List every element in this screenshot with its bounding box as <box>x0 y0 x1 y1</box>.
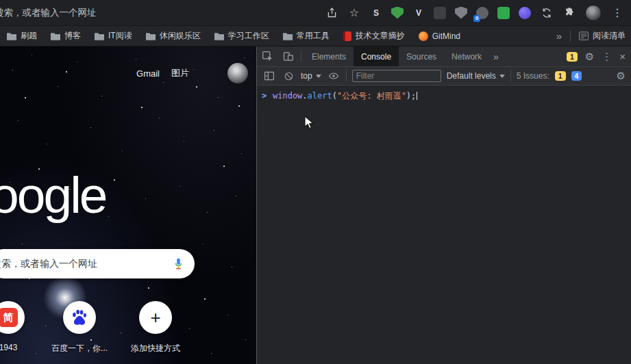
code-token: ( <box>332 91 337 101</box>
console-input-line[interactable]: > window.alert("公众号: 村雨遥"); <box>257 86 631 104</box>
devtools-tabbar: Elements Console Sources Network » 1 ⚙ ⋮… <box>257 47 631 67</box>
folder-icon <box>283 32 293 40</box>
new-tab-page: Gmail 图片 oogle 搜索，或者输入一个网址 简 19 <box>0 47 256 364</box>
shortcut-label: 添加快捷方式 <box>123 343 188 354</box>
extension-green-shield-icon[interactable] <box>391 7 404 19</box>
console-settings-gear-icon[interactable]: ⚙ <box>617 70 626 82</box>
folder-icon <box>51 32 60 40</box>
starfield-large <box>0 47 1 48</box>
extension-badge: 0 <box>473 15 480 22</box>
bookmarks-right: » 阅读清单 <box>556 30 626 42</box>
plus-icon: + <box>150 309 160 326</box>
bookmarks-bar: 刷题 博客 IT阅读 休闲娱乐区 学习工作区 常用工具 技术文章摘抄 GitM <box>0 26 631 47</box>
main-area: Gmail 图片 oogle 搜索，或者输入一个网址 简 19 <box>0 47 631 364</box>
ntp-header-links: Gmail 图片 <box>136 63 248 83</box>
bookmark-item-boke[interactable]: 博客 <box>51 30 81 42</box>
inspect-element-icon[interactable] <box>257 47 277 66</box>
chevron-down-icon <box>316 75 321 78</box>
issues-count-badge[interactable]: 1 <box>567 52 578 62</box>
google-account-avatar[interactable] <box>227 63 248 83</box>
gitmind-icon <box>419 31 428 41</box>
ntp-search-placeholder: 搜索，或者输入一个网址 <box>0 258 172 270</box>
tab-network[interactable]: Network <box>444 47 489 66</box>
console-filter-input[interactable] <box>352 70 441 82</box>
extension-dark-icon[interactable] <box>434 7 446 19</box>
jianshu-icon: 简 <box>0 308 18 327</box>
extension-purple-icon[interactable] <box>519 7 531 19</box>
omnibox-text: 搜索，或者输入一个网址 <box>0 7 97 19</box>
browser-toolbar: 搜索，或者输入一个网址 ☆ S V 0 <box>0 0 631 26</box>
divider <box>510 70 511 81</box>
shortcut-tile-1943[interactable]: 简 1943 <box>0 301 41 352</box>
toolbar-icons: ☆ S V 0 ⋮ <box>325 5 631 21</box>
context-selector-dropdown[interactable]: top <box>301 71 321 81</box>
divider <box>346 70 347 81</box>
bookmark-item-study-work[interactable]: 学习工作区 <box>214 30 269 42</box>
extensions-puzzle-icon[interactable] <box>562 6 576 20</box>
extension-badged-icon[interactable]: 0 <box>476 7 488 19</box>
extension-green-icon[interactable] <box>497 7 510 19</box>
add-shortcut-tile[interactable]: + 添加快捷方式 <box>123 301 188 354</box>
sync-icon[interactable] <box>540 6 554 20</box>
devtools-panel: Elements Console Sources Network » 1 ⚙ ⋮… <box>256 47 631 364</box>
browser-window: 搜索，或者输入一个网址 ☆ S V 0 <box>0 0 631 364</box>
issues-warning-badge[interactable]: 1 <box>555 71 566 81</box>
devtools-close-icon[interactable]: × <box>619 51 626 62</box>
reading-list-button[interactable]: 阅读清单 <box>579 30 626 42</box>
issues-info-badge[interactable]: 4 <box>571 71 582 81</box>
google-logo: oogle <box>0 166 106 224</box>
reading-list-icon <box>579 31 589 40</box>
issues-label: 5 Issues: <box>517 71 549 81</box>
omnibox[interactable]: 搜索，或者输入一个网址 <box>0 6 325 19</box>
folder-icon <box>146 32 156 40</box>
bookmark-item-entertainment[interactable]: 休闲娱乐区 <box>146 30 201 42</box>
browser-menu-icon[interactable]: ⋮ <box>610 6 624 20</box>
profile-avatar[interactable] <box>585 5 602 21</box>
extension-s-icon[interactable]: S <box>370 7 382 19</box>
ntp-search-box[interactable]: 搜索，或者输入一个网址 <box>0 249 195 278</box>
bookmark-item-common-tools[interactable]: 常用工具 <box>283 30 330 42</box>
devtools-settings-gear-icon[interactable]: ⚙ <box>585 51 594 63</box>
red-book-icon <box>343 31 351 41</box>
voice-search-mic-icon[interactable] <box>172 257 185 270</box>
console-sidebar-icon[interactable] <box>262 70 276 81</box>
bookmark-item-tech-notes[interactable]: 技术文章摘抄 <box>343 30 405 42</box>
shortcut-label: 百度一下，你... <box>47 343 112 354</box>
divider <box>301 51 301 62</box>
console-prompt-icon: > <box>262 91 273 101</box>
extension-v-icon[interactable]: V <box>412 7 425 19</box>
bookmark-item-gitmind[interactable]: GitMind <box>419 31 460 41</box>
console-output-area[interactable]: > window.alert("公众号: 村雨遥"); <box>257 86 631 364</box>
log-levels-dropdown[interactable]: Default levels <box>447 71 505 81</box>
bookmark-star-icon[interactable]: ☆ <box>347 6 361 20</box>
bookmark-item-it-reading[interactable]: IT阅读 <box>95 30 132 42</box>
code-token: ); <box>406 91 416 101</box>
code-token: "公众号: 村雨遥" <box>337 91 406 101</box>
code-token: alert <box>308 91 332 101</box>
code-token: window <box>273 91 302 101</box>
bookmarks-overflow-icon[interactable]: » <box>556 30 562 42</box>
more-tabs-icon[interactable]: » <box>489 47 503 66</box>
share-icon[interactable] <box>325 6 338 20</box>
code-token: . <box>302 91 307 101</box>
devtools-tabbar-right: 1 ⚙ ⋮ × <box>567 47 631 66</box>
images-link[interactable]: 图片 <box>171 67 189 79</box>
folder-icon <box>95 32 104 40</box>
device-toolbar-icon[interactable] <box>277 47 298 66</box>
google-apps-grid-icon[interactable] <box>201 66 216 81</box>
chevron-down-icon <box>499 75 505 78</box>
divider <box>570 31 571 42</box>
live-expression-eye-icon[interactable] <box>327 70 341 81</box>
gmail-link[interactable]: Gmail <box>136 68 160 79</box>
shortcut-tile-baidu[interactable]: 百度一下，你... <box>47 301 112 354</box>
folder-icon <box>7 32 16 40</box>
tab-elements[interactable]: Elements <box>304 47 354 66</box>
tab-sources[interactable]: Sources <box>399 47 444 66</box>
extension-gray-shield-icon[interactable] <box>455 7 467 19</box>
bookmark-item-shuati[interactable]: 刷题 <box>7 30 37 42</box>
tab-console[interactable]: Console <box>354 47 399 66</box>
shortcut-label: 1943 <box>0 343 41 352</box>
folder-icon <box>214 32 224 40</box>
clear-console-icon[interactable] <box>282 71 295 81</box>
devtools-menu-icon[interactable]: ⋮ <box>602 51 612 63</box>
